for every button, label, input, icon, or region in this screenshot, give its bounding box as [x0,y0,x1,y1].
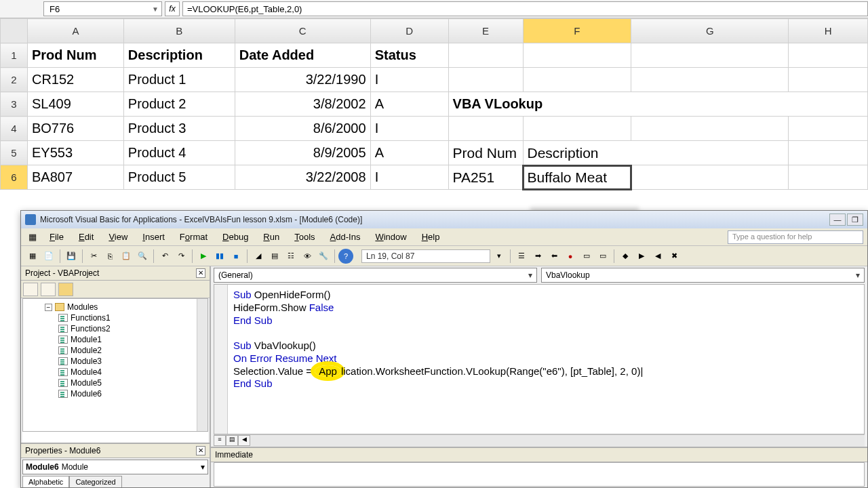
row-header-3[interactable]: 3 [1,92,28,117]
tb-dropdown-icon[interactable]: ▾ [492,249,507,264]
cut-button[interactable]: ✂ [86,249,101,264]
indent-button[interactable]: ➡ [530,249,545,264]
tree-module[interactable]: Module5 [26,378,205,388]
collapse-icon[interactable]: − [45,304,52,311]
view-object-button[interactable] [41,283,56,296]
tree-module[interactable]: Module4 [26,367,205,378]
cell[interactable] [789,141,868,165]
menu-tools[interactable]: Tools [289,230,320,244]
cell[interactable]: SL409 [27,92,123,117]
run-button[interactable]: ▶ [196,249,211,264]
object-browser-button[interactable]: 👁 [300,249,315,264]
cell[interactable] [789,117,868,141]
active-cell[interactable]: Buffalo Meat [523,165,631,190]
row-header-5[interactable]: 5 [1,141,28,165]
toolbox-button[interactable]: 🔧 [316,249,331,264]
cell[interactable] [631,165,789,190]
break-button[interactable]: ▮▮ [212,249,227,264]
properties-button[interactable]: ☷ [283,249,298,264]
tree-scrollbar-v[interactable] [197,299,208,431]
procedure-combo[interactable]: VbaVlookup [541,268,865,283]
tree-module[interactable]: Functions1 [26,312,205,323]
col-header-h[interactable]: H [789,19,868,43]
tree-module[interactable]: Module3 [26,356,205,367]
code-scrollbar-h[interactable]: ≡▤◀ [214,434,865,447]
cell[interactable] [789,68,868,92]
code-editor[interactable]: Sub OpenHideForm() HideForm.Show False E… [214,284,865,434]
menu-edit[interactable]: Edit [73,230,99,244]
toggle-folders-button[interactable] [58,283,73,296]
tree-module[interactable]: Module6 [26,388,205,399]
insert-module-button[interactable]: 📄 [41,249,56,264]
tree-module[interactable]: Module2 [26,345,205,356]
cell[interactable] [631,43,789,68]
formula-input[interactable]: =VLOOKUP(E6,pt_Table,2,0) [182,1,868,16]
menu-run[interactable]: Run [258,230,285,244]
properties-close-button[interactable]: ✕ [196,446,205,455]
cell[interactable]: 3/22/1990 [235,68,370,92]
cell[interactable]: A [370,92,448,117]
proc-view-button[interactable]: ▤ [226,435,238,446]
cell[interactable]: BA807 [27,165,123,190]
prev-bookmark-button[interactable]: ◀ [650,249,665,264]
cell[interactable] [448,117,523,141]
col-header-b[interactable]: B [123,19,235,43]
list-properties-button[interactable]: ☰ [514,249,529,264]
bookmark-button[interactable]: ◆ [618,249,633,264]
view-code-button[interactable] [23,283,38,296]
col-header-g[interactable]: G [631,19,789,43]
cell[interactable]: Prod Num [27,43,123,68]
properties-object-combo[interactable]: Module6 Module ▾ [22,460,208,474]
design-mode-button[interactable]: ◢ [251,249,266,264]
menu-file[interactable]: File [44,230,69,244]
cell[interactable]: Status [370,43,448,68]
redo-button[interactable]: ↷ [174,249,189,264]
uncomment-button[interactable]: ▭ [595,249,610,264]
menu-view[interactable]: View [103,230,133,244]
cell[interactable]: I [370,68,448,92]
tab-categorized[interactable]: Categorized [69,476,121,487]
maximize-button[interactable]: ❐ [847,214,863,226]
menu-insert[interactable]: Insert [137,230,170,244]
col-header-e[interactable]: E [448,19,523,43]
cell[interactable]: I [370,165,448,190]
name-box-dropdown-icon[interactable]: ▼ [152,5,159,13]
cell[interactable]: A [370,141,448,165]
cell[interactable]: Product 2 [123,92,235,117]
cell[interactable]: 8/9/2005 [235,141,370,165]
cell[interactable]: Description [523,141,789,165]
outdent-button[interactable]: ⬅ [547,249,561,264]
cell[interactable] [631,117,789,141]
row-header-6[interactable]: 6 [1,165,28,190]
cell[interactable]: Product 4 [123,141,235,165]
col-header-a[interactable]: A [27,19,123,43]
next-bookmark-button[interactable]: ▶ [634,249,649,264]
worksheet-grid[interactable]: A B C D E F G H 1 Prod Num Description D… [0,18,868,190]
scroll-left-button[interactable]: ◀ [238,435,250,446]
cell[interactable] [523,43,631,68]
tree-module[interactable]: Module1 [26,334,205,345]
tree-module[interactable]: Functions2 [26,323,205,334]
breakpoint-button[interactable]: ● [563,249,578,264]
immediate-input[interactable] [214,462,865,487]
name-box[interactable]: F6 ▼ [43,1,162,16]
clear-bookmarks-button[interactable]: ✖ [667,249,682,264]
insert-function-button[interactable]: fx [165,1,180,16]
cell[interactable]: Description [123,43,235,68]
tree-folder-modules[interactable]: − Modules [26,302,205,312]
full-view-button[interactable]: ≡ [214,435,226,446]
comment-button[interactable]: ▭ [579,249,594,264]
cell[interactable]: EY553 [27,141,123,165]
cell[interactable] [789,165,868,190]
cell[interactable]: CR152 [27,68,123,92]
menu-window[interactable]: Window [370,230,412,244]
cell[interactable]: Prod Num [448,141,523,165]
help-search-input[interactable]: Type a question for help [728,230,863,244]
vbe-titlebar[interactable]: Microsoft Visual Basic for Applications … [21,211,867,228]
cell[interactable]: 3/8/2002 [235,92,370,117]
cell[interactable]: 3/22/2008 [235,165,370,190]
cell[interactable] [523,117,631,141]
menu-format[interactable]: Format [174,230,213,244]
row-header-2[interactable]: 2 [1,68,28,92]
col-header-f[interactable]: F [523,19,631,43]
